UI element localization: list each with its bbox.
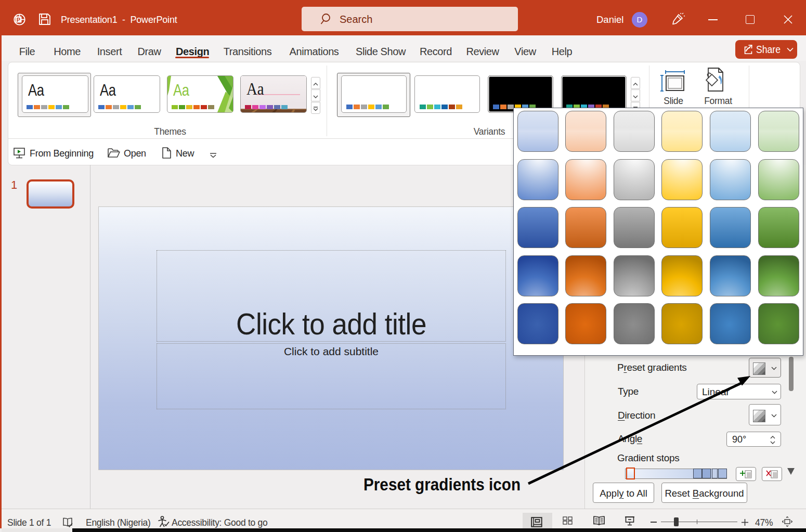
svg-text:P: P bbox=[17, 17, 20, 23]
